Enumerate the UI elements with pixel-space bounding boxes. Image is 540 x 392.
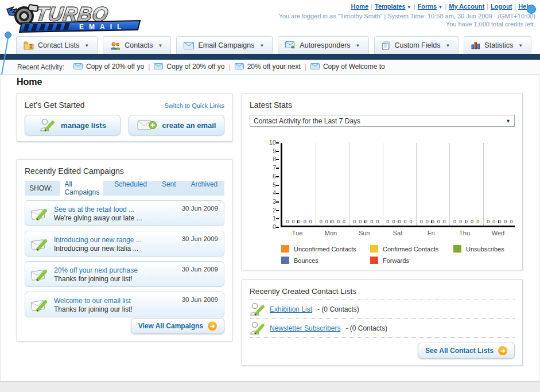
nav-tab-label: Email Campaigns	[198, 41, 254, 49]
nav-tab-label: Contact Lists	[38, 41, 79, 49]
value-label: 0	[325, 219, 328, 224]
header-link-forms[interactable]: Forms	[418, 3, 437, 10]
campaign-title-link[interactable]: Welcome to our email list	[54, 297, 131, 305]
separator: |	[487, 3, 488, 10]
recent-activity-item-label: Copy of Welcome to	[323, 63, 385, 71]
legend-swatch-icon	[370, 245, 378, 253]
latest-stats-title: Latest Stats	[250, 100, 515, 110]
show-label: SHOW:	[29, 184, 52, 192]
campaigns-tabstrip: SHOW: All CampaignsScheduledSentArchived	[25, 181, 224, 196]
chevron-down-icon: ▼	[158, 43, 163, 48]
legend-swatch-icon	[281, 257, 289, 264]
manage-lists-button[interactable]: manage lists	[25, 115, 121, 135]
nav-tab-label: Custom Fields	[395, 41, 441, 49]
x-axis-tick	[364, 220, 365, 223]
contact-lists-panel: Recently Created Contact Lists Exhibitio…	[242, 280, 523, 366]
contact-list-row[interactable]: Exhibition List - (0 Contacts)	[250, 300, 515, 319]
nav-tab-autoresponders[interactable]: Autoresponders▼	[278, 36, 368, 54]
legend-label: Unconfirmed Contacts	[294, 246, 356, 253]
contact-list-name-link[interactable]: Newsletter Subscribers	[270, 324, 340, 332]
value-label: 0	[292, 219, 295, 224]
x-axis-label: Wed	[481, 230, 515, 236]
campaign-edit-icon	[30, 297, 49, 313]
credits-status: You have 1,000 total credits left.	[446, 21, 535, 28]
chart-legend: Unconfirmed ContactsConfirmed ContactsUn…	[281, 245, 516, 264]
value-label: 0	[476, 219, 479, 224]
see-all-contact-lists-button[interactable]: See All Contact Lists ➜	[418, 343, 515, 359]
campaigns-tab-all-campaigns[interactable]: All Campaigns	[60, 178, 103, 198]
zero-value-labels: 00000	[352, 219, 380, 224]
campaigns-tab-archived[interactable]: Archived	[187, 178, 222, 198]
recent-activity-item[interactable]: Copy of 20% off yo	[154, 63, 224, 71]
stats-period-dropdown[interactable]: Contact Activity for the Last 7 Days ▼	[250, 115, 515, 127]
x-axis-label: Fri	[414, 230, 448, 236]
campaigns-panel: Recently Edited Campaigns SHOW: All Camp…	[17, 159, 232, 341]
nav-tab-email-campaigns[interactable]: Email Campaigns▼	[176, 36, 273, 54]
header-link-home[interactable]: Home	[351, 3, 369, 10]
create-an-email-button[interactable]: create an email	[129, 115, 224, 135]
main-nav: Contact Lists▼Contacts▼Email Campaigns▼A…	[16, 36, 531, 54]
view-all-campaigns-button[interactable]: View All Campaigns ➜	[131, 318, 224, 334]
campaign-text: See us at the retail food ...We're givin…	[54, 204, 182, 223]
nav-tab-statistics[interactable]: Statistics▼	[464, 36, 531, 54]
arrow-circle-icon: ➜	[498, 346, 507, 355]
chart-plot-area: 00000000000000000000000000000000000	[281, 143, 515, 227]
header-link-logout[interactable]: Logout	[491, 3, 512, 10]
latest-stats-panel: Latest Stats Contact Activity for the La…	[242, 94, 523, 270]
x-axis-label: Sat	[381, 230, 414, 236]
legend-swatch-icon	[370, 257, 378, 264]
contacts-people-icon	[110, 41, 121, 50]
value-label: 0	[443, 219, 446, 224]
nav-tab-contacts[interactable]: Contacts▼	[103, 36, 171, 54]
campaign-title-link[interactable]: See us at the retail food ...	[54, 205, 134, 214]
legend-item: Unconfirmed Contacts	[281, 245, 370, 253]
separator: |	[305, 63, 306, 71]
switch-to-quick-links-link[interactable]: Switch to Quick Links	[164, 102, 224, 109]
campaign-subtitle: Thanks for joining our list!	[54, 275, 182, 284]
button-label: manage lists	[61, 121, 106, 130]
campaign-row[interactable]: Introducing our new range ...Introducing…	[25, 231, 224, 257]
y-axis-label: 10	[262, 139, 276, 146]
campaign-row[interactable]: 20% off your next purchaseThanks for joi…	[25, 261, 224, 287]
nav-tab-contact-lists[interactable]: Contact Lists▼	[16, 36, 98, 54]
y-axis-tick	[276, 185, 279, 186]
contact-list-row[interactable]: Newsletter Subscribers - (0 Contacts)	[250, 319, 515, 338]
chevron-down-icon: ▼	[259, 43, 264, 48]
campaigns-tab-scheduled[interactable]: Scheduled	[110, 178, 151, 198]
campaigns-tab-sent[interactable]: Sent	[158, 178, 180, 198]
value-label: 0	[453, 219, 456, 224]
contact-list-name-link[interactable]: Exhibition List	[270, 305, 312, 313]
campaign-row[interactable]: Welcome to our email listThanks for join…	[25, 292, 224, 317]
list-edit-icon	[250, 321, 265, 336]
campaign-row[interactable]: See us at the retail food ...We're givin…	[25, 200, 224, 226]
campaign-subtitle: We're giving away our late ...	[54, 214, 182, 223]
value-label: 0	[504, 219, 507, 224]
separator: |	[445, 3, 446, 10]
gridline	[349, 143, 350, 226]
campaigns-title: Recently Edited Campaigns	[25, 166, 224, 176]
recent-activity-item[interactable]: Copy of Welcome to	[310, 63, 385, 71]
balloon-string-icon	[0, 37, 11, 76]
get-started-panel: Let's Get Started Switch to Quick Links …	[17, 94, 232, 142]
value-label: 0	[498, 219, 501, 224]
campaign-title-link[interactable]: Introducing our new range ...	[54, 236, 142, 244]
recent-activity-item[interactable]: 20% off your next	[235, 63, 301, 71]
header-link-my-account[interactable]: My Account	[449, 3, 484, 10]
recent-activity-item-label: 20% off your next	[247, 63, 301, 71]
statistics-bars-icon	[471, 41, 480, 49]
value-label: 0	[370, 219, 373, 224]
see-all-contact-lists-label: See All Contact Lists	[425, 347, 494, 355]
value-label: 0	[386, 219, 389, 224]
chevron-down-icon: ▼	[84, 43, 89, 48]
x-axis-tick	[498, 220, 499, 223]
y-axis-tick	[276, 193, 279, 194]
campaign-title-link[interactable]: 20% off your next purchase	[54, 266, 138, 274]
header-link-templates[interactable]: Templates	[375, 3, 406, 10]
legend-label: Confirmed Contacts	[383, 246, 438, 253]
campaign-subtitle: Introducing our new Italia ...	[54, 244, 182, 253]
recent-activity-item[interactable]: Copy of 20% off yo	[73, 63, 144, 71]
nav-tab-custom-fields[interactable]: Custom Fields▼	[374, 36, 459, 54]
value-label: 0	[337, 219, 340, 224]
main-content: Home Let's Get Started Switch to Quick L…	[0, 75, 540, 382]
legend-label: Bounces	[294, 257, 318, 264]
